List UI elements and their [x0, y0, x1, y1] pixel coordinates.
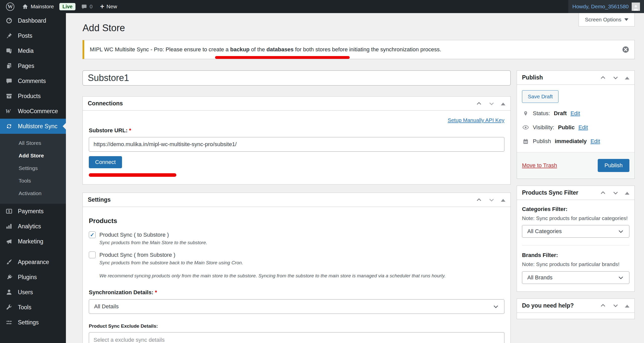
edit-visibility-link[interactable]: Edit — [578, 124, 588, 131]
home-icon — [22, 3, 28, 10]
setup-api-key-link[interactable]: Setup Manually API Key — [448, 117, 504, 123]
sidebar-item-posts[interactable]: Posts — [0, 28, 66, 43]
sidebar-item-comments[interactable]: Comments — [0, 73, 66, 89]
publish-panel-body: Save Draft Status: Draft Edit Visibil — [517, 85, 634, 152]
sidebar-item-users[interactable]: Users — [0, 285, 66, 300]
sidebar-item-dashboard[interactable]: Dashboard — [0, 13, 66, 28]
sidebar-item-label: Products — [18, 93, 41, 100]
move-up-icon[interactable] — [600, 302, 606, 309]
connect-button[interactable]: Connect — [89, 156, 122, 168]
checkbox-label: Product Sync ( from Substore ) — [99, 252, 175, 258]
product-sync-from-substore-row[interactable]: Product Sync ( from Substore ) — [89, 251, 504, 258]
move-down-icon[interactable] — [612, 302, 619, 309]
content-area: Screen Options Add Store MIPL WC Multisi… — [66, 13, 644, 343]
panel-controls — [476, 100, 505, 107]
eye-icon — [522, 124, 529, 131]
sidebar-item-label: Payments — [18, 208, 44, 215]
menu-separator — [0, 249, 66, 254]
required-asterisk: * — [155, 289, 157, 295]
sidebar-item-label: Marketing — [18, 238, 43, 245]
comments-menu[interactable]: 0 — [79, 0, 95, 13]
synchronization-details-label: Synchronization Details:* — [89, 289, 504, 296]
move-down-icon[interactable] — [488, 100, 495, 107]
sidebar-item-multistore-sync[interactable]: Multistore Sync — [0, 119, 66, 134]
sidebar-item-appearance[interactable]: Appearance — [0, 254, 66, 270]
sidebar-item-analytics[interactable]: Analytics — [0, 219, 66, 234]
substore-url-label: Substore URL:* — [89, 127, 504, 134]
move-up-icon[interactable] — [476, 197, 482, 203]
move-up-icon[interactable] — [476, 100, 482, 107]
categories-select[interactable]: All Categories — [522, 225, 629, 238]
sidebar-item-tools[interactable]: Tools — [0, 300, 66, 315]
move-down-icon[interactable] — [612, 74, 619, 81]
brands-select[interactable]: All Brands — [522, 271, 629, 284]
dismiss-notice-icon[interactable] — [622, 46, 629, 53]
multistore-submenu: All Stores Add Store Settings Tools Acti… — [0, 134, 66, 204]
chevron-down-icon — [618, 228, 624, 235]
wordpress-menu[interactable]: W — [4, 0, 16, 13]
screen-options-button[interactable]: Screen Options — [579, 13, 635, 26]
howdy-text: Howdy, Demo_3561580 — [572, 4, 629, 10]
payments-icon: $ — [5, 208, 13, 215]
checkbox-checked-icon[interactable]: ✓ — [89, 231, 96, 238]
substore-url-input[interactable] — [89, 137, 504, 152]
woocommerce-icon: W — [5, 108, 13, 115]
sidebar-item-media[interactable]: Media — [0, 43, 66, 58]
edit-publish-time-link[interactable]: Edit — [590, 138, 600, 145]
products-section-heading: Products — [89, 217, 504, 225]
sidebar-item-payments[interactable]: $ Payments — [0, 204, 66, 219]
connections-panel-body: Setup Manually API Key Substore URL:* Co… — [83, 111, 510, 184]
notice-text: MIPL WC Multisite Sync - Pro: Please ens… — [90, 46, 441, 53]
red-underline-annotation — [215, 56, 350, 59]
edit-status-link[interactable]: Edit — [571, 110, 580, 117]
new-menu[interactable]: + New — [98, 0, 119, 13]
publish-button[interactable]: Publish — [598, 159, 629, 172]
sidebar-item-label: Dashboard — [18, 17, 46, 24]
submenu-item-add-store[interactable]: Add Store — [0, 149, 66, 162]
submenu-item-activation[interactable]: Activation — [0, 187, 66, 200]
sidebar-item-marketing[interactable]: Marketing — [0, 234, 66, 249]
publish-panel: Publish Save Draft Status: Draft — [517, 70, 635, 179]
sidebar-item-label: Comments — [18, 78, 46, 84]
checkbox-unchecked-icon[interactable] — [89, 251, 96, 258]
collapse-toggle-icon[interactable] — [625, 74, 629, 79]
admin-bar-left: W Mainstore Live 0 + New — [0, 0, 568, 13]
exclude-details-label: Product Sync Exclude Details: — [89, 323, 504, 329]
pushpin-icon — [5, 32, 13, 39]
submenu-item-settings[interactable]: Settings — [0, 162, 66, 175]
checkbox-label: Product Sync ( to Substore ) — [99, 232, 169, 238]
sidebar-item-woocommerce[interactable]: W WooCommerce — [0, 104, 66, 119]
sidebar-item-pages[interactable]: Pages — [0, 58, 66, 73]
move-down-icon[interactable] — [612, 190, 619, 196]
live-badge: Live — [59, 3, 75, 10]
save-draft-button[interactable]: Save Draft — [522, 90, 558, 103]
selected-value: All Categories — [527, 228, 562, 235]
collapse-toggle-icon[interactable] — [625, 303, 629, 308]
move-up-icon[interactable] — [600, 74, 606, 81]
collapse-toggle-icon[interactable] — [625, 190, 629, 195]
megaphone-icon — [5, 238, 13, 245]
sidebar-item-products[interactable]: Products — [0, 89, 66, 104]
side-column: Publish Save Draft Status: Draft — [517, 70, 635, 319]
product-sync-to-substore-row[interactable]: ✓ Product Sync ( to Substore ) — [89, 231, 504, 238]
divider — [522, 245, 629, 245]
sidebar-item-settings[interactable]: Settings — [0, 315, 66, 330]
synchronization-details-select[interactable]: All Details — [89, 299, 504, 314]
submenu-item-tools[interactable]: Tools — [0, 175, 66, 187]
move-down-icon[interactable] — [488, 197, 495, 203]
collapse-toggle-icon[interactable] — [501, 100, 505, 105]
required-asterisk: * — [129, 127, 131, 134]
collapse-toggle-icon[interactable] — [501, 197, 505, 202]
exclude-details-input[interactable] — [89, 332, 504, 343]
submenu-item-all-stores[interactable]: All Stores — [0, 137, 66, 149]
store-title-input[interactable] — [83, 70, 511, 85]
account-menu[interactable]: Howdy, Demo_3561580 — [568, 0, 644, 13]
sidebar-item-plugins[interactable]: Plugins — [0, 270, 66, 285]
media-icon — [5, 47, 13, 54]
move-up-icon[interactable] — [600, 190, 606, 196]
move-to-trash-link[interactable]: Move to Trash — [522, 162, 557, 169]
sidebar-item-label: Multistore Sync — [18, 123, 57, 130]
publish-time-label: Publish — [533, 138, 551, 145]
checkbox-description: Sync products from the substore back to … — [99, 260, 504, 266]
site-menu[interactable]: Mainstore — [20, 0, 56, 13]
